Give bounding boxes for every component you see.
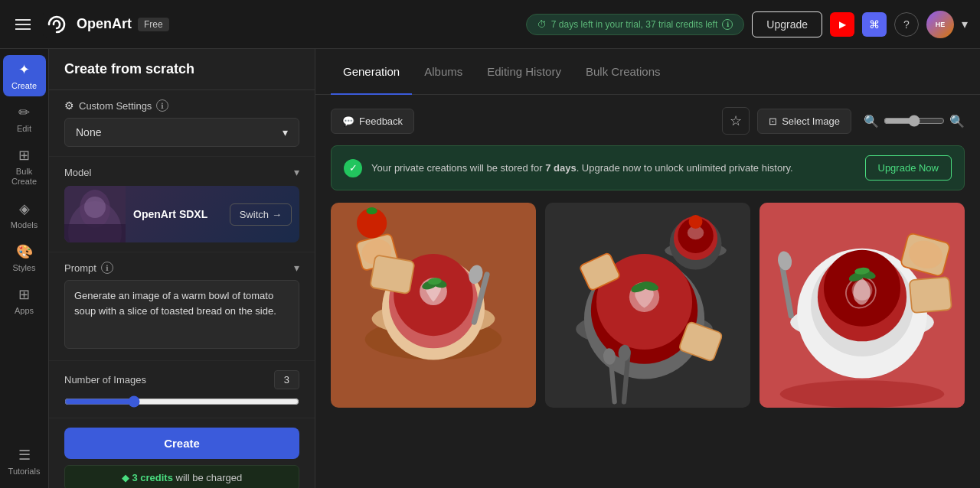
sidebar-item-models[interactable]: ◈ Models (3, 194, 46, 236)
model-chevron-icon[interactable]: ▾ (294, 166, 299, 178)
zoom-slider[interactable] (884, 115, 945, 127)
svg-rect-22 (371, 255, 413, 293)
dropdown-chevron-icon: ▾ (283, 126, 288, 138)
svg-point-4 (84, 197, 106, 218)
model-section: Model ▾ OpenArt SDXL Switc (49, 157, 315, 252)
switch-arrow-icon: → (272, 209, 282, 220)
left-panel: Create from scratch ⚙ Custom Settings ℹ … (49, 49, 315, 488)
image-card-3[interactable] (760, 203, 965, 408)
sidebar-item-create-label: Create (11, 81, 37, 90)
number-of-images-section: Number of Images 3 (49, 361, 315, 418)
svg-point-56 (852, 280, 873, 301)
star-button[interactable]: ☆ (722, 107, 750, 135)
switch-label: Switch (240, 209, 269, 220)
sidebar-item-bulk-create-label: Bulk Create (6, 167, 43, 187)
feedback-button[interactable]: 💬 Feedback (331, 109, 414, 134)
custom-settings-label: Custom Settings (79, 100, 152, 112)
image-card-2[interactable] (545, 203, 750, 408)
tab-bulk-creations[interactable]: Bulk Creations (573, 49, 673, 95)
image-grid (331, 203, 965, 408)
prompt-chevron-icon[interactable]: ▾ (294, 262, 299, 274)
free-badge: Free (138, 18, 169, 31)
prompt-label: Prompt (64, 262, 96, 274)
sidebar-item-apps-label: Apps (15, 306, 34, 315)
zoom-controls: 🔍 🔍 (864, 114, 965, 129)
custom-settings-icon: ⚙ (64, 99, 74, 112)
avatar-initials: HE (936, 21, 946, 28)
select-image-label: Select Image (782, 115, 840, 127)
tutorials-icon: ☰ (18, 447, 31, 464)
zoom-in-icon[interactable]: 🔍 (949, 114, 965, 129)
model-info: OpenArt SDXL (126, 208, 230, 220)
star-icon: ☆ (730, 112, 742, 129)
content-area: Generation Albums Editing History Bulk C… (315, 49, 980, 488)
panel-title: Create from scratch (49, 49, 315, 90)
clock-icon: ⏱ (537, 19, 547, 30)
gallery-toolbar: 💬 Feedback ☆ ⊡ Select Image 🔍 🔍 (331, 107, 965, 135)
svg-rect-0 (43, 11, 70, 38)
select-image-button[interactable]: ⊡ Select Image (757, 109, 851, 134)
styles-icon: 🎨 (16, 243, 33, 260)
sidebar-item-styles-label: Styles (13, 263, 36, 272)
custom-settings-section: ⚙ Custom Settings ℹ None ▾ (49, 90, 315, 157)
prompt-info-icon[interactable]: ℹ (101, 262, 113, 274)
feedback-label: Feedback (359, 115, 403, 127)
main-layout: ✦ Create ✏ Edit ⊞ Bulk Create ◈ Models 🎨… (0, 49, 980, 488)
sidebar-item-styles[interactable]: 🎨 Styles (3, 237, 46, 278)
upgrade-button[interactable]: Upgrade (752, 11, 822, 37)
notification-check-icon: ✓ (344, 159, 362, 177)
notification-text: Your private creations will be stored fo… (371, 162, 856, 174)
help-button[interactable]: ? (894, 12, 919, 37)
discord-button[interactable]: ⌘ (862, 12, 887, 37)
sidebar-icons: ✦ Create ✏ Edit ⊞ Bulk Create ◈ Models 🎨… (0, 49, 49, 488)
create-button[interactable]: Create (64, 428, 299, 459)
header: OpenArt Free ⏱ 7 days left in your trial… (0, 0, 980, 49)
menu-button[interactable] (12, 16, 34, 33)
sidebar-item-bulk-create[interactable]: ⊞ Bulk Create (3, 141, 46, 193)
gallery-area: 💬 Feedback ☆ ⊡ Select Image 🔍 🔍 (315, 95, 980, 488)
soup-image-2 (545, 203, 750, 408)
svg-point-32 (689, 215, 703, 229)
model-card-image (64, 186, 126, 242)
tab-albums[interactable]: Albums (412, 49, 475, 95)
trial-info: ⏱ 7 days left in your trial, 37 trial cr… (526, 14, 744, 35)
switch-button[interactable]: Switch → (230, 203, 292, 226)
logo[interactable]: OpenArt Free (43, 11, 169, 38)
select-image-icon: ⊡ (769, 115, 777, 127)
youtube-button[interactable]: ▶ (830, 12, 854, 37)
model-card: OpenArt SDXL Switch → (64, 186, 299, 242)
sidebar-item-tutorials[interactable]: ☰ Tutorials (3, 441, 46, 482)
tab-editing-history[interactable]: Editing History (475, 49, 573, 95)
credits-info: ◆ 3 credits will be charged (64, 465, 299, 488)
upgrade-now-button[interactable]: Upgrade Now (865, 155, 952, 181)
zoom-out-icon[interactable]: 🔍 (864, 114, 879, 129)
bulk-create-icon: ⊞ (18, 147, 30, 164)
custom-settings-dropdown[interactable]: None ▾ (64, 118, 299, 147)
logo-icon (43, 11, 70, 38)
header-left: OpenArt Free (12, 11, 169, 38)
prompt-textarea[interactable]: Generate an image of a warm bowl of toma… (64, 280, 299, 349)
soup-image-1 (331, 203, 536, 408)
diamond-icon: ◆ (122, 472, 129, 483)
models-icon: ◈ (19, 200, 30, 217)
number-of-images-slider[interactable] (64, 395, 299, 408)
svg-rect-5 (64, 224, 126, 242)
sidebar-item-edit[interactable]: ✏ Edit (3, 98, 46, 139)
header-chevron-icon[interactable]: ▾ (962, 17, 968, 31)
sidebar-item-create[interactable]: ✦ Create (3, 55, 46, 96)
credits-text: 3 credits (132, 472, 172, 483)
model-name: OpenArt SDXL (133, 208, 207, 220)
create-section: Create ◆ 3 credits will be charged Upgra… (49, 418, 315, 488)
svg-rect-66 (910, 278, 951, 312)
header-right: ⏱ 7 days left in your trial, 37 trial cr… (526, 11, 968, 38)
image-card-1[interactable] (331, 203, 536, 408)
custom-settings-info-icon[interactable]: ℹ (156, 99, 168, 112)
sidebar-item-apps[interactable]: ⊞ Apps (3, 280, 46, 321)
avatar[interactable]: HE (926, 11, 954, 38)
edit-icon: ✏ (18, 104, 30, 121)
tab-generation[interactable]: Generation (331, 49, 412, 95)
prompt-section: Prompt ℹ ▾ Generate an image of a warm b… (49, 252, 315, 361)
sidebar-item-models-label: Models (11, 220, 38, 229)
apps-icon: ⊞ (18, 286, 30, 303)
model-label: Model (64, 167, 91, 178)
